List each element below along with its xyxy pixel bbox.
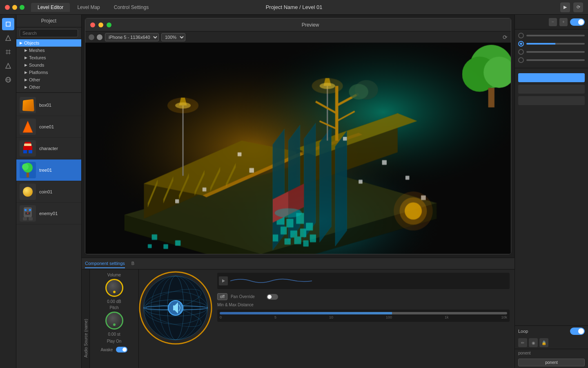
volume-knob[interactable]	[105, 279, 123, 297]
close-button[interactable]	[5, 5, 10, 10]
tree-meshes[interactable]: ▶Meshes	[16, 47, 81, 54]
right-minus-btn[interactable]: −	[549, 18, 557, 26]
tab-level-editor[interactable]: Level Editor	[31, 3, 70, 12]
volume-label: Volume	[107, 273, 121, 277]
asset-character[interactable]: character	[16, 138, 81, 159]
audio-controls: Volume 0.00 dB Pitch 0.00 st Play On Awa…	[90, 269, 139, 368]
enemy01-name: enemy01	[39, 211, 58, 216]
asset-tree01[interactable]: tree01	[16, 159, 81, 181]
component-button[interactable]: ponent	[518, 359, 585, 366]
preview-maximize[interactable]	[107, 22, 111, 27]
r-radio-1[interactable]	[518, 33, 524, 38]
svg-rect-14	[23, 150, 27, 153]
right-empty-bar-2	[518, 96, 585, 105]
right-plus-btn[interactable]: +	[559, 18, 568, 26]
svg-point-89	[275, 208, 302, 218]
icon-globe[interactable]	[2, 74, 14, 86]
svg-point-74	[167, 98, 198, 113]
eye-icon[interactable]: ◉	[529, 338, 538, 347]
left-panel: Project ▶Objects ▶Meshes ▶Textures ▶Soun…	[16, 15, 82, 368]
r-slider-bar-1[interactable]	[526, 35, 585, 36]
asset-box01[interactable]: box01	[16, 94, 81, 116]
tree-sounds[interactable]: ▶Sounds	[16, 61, 81, 69]
right-panel: − +	[514, 15, 588, 368]
tab-level-map[interactable]: Level Map	[71, 3, 106, 12]
svg-rect-56	[300, 229, 306, 237]
preview-btn-1[interactable]	[89, 34, 94, 40]
right-toggle[interactable]	[570, 18, 585, 26]
audio-source-label: Audio Source (name)	[83, 319, 88, 358]
slider-labels: 0 5 10 100 1k 10k	[220, 315, 507, 319]
character-thumb	[20, 140, 36, 157]
tree-objects[interactable]: ▶Objects	[16, 39, 81, 47]
r-slider-bar-2[interactable]	[526, 43, 585, 45]
asset-coin01[interactable]: coin01	[16, 181, 81, 203]
loop-toggle[interactable]	[570, 328, 585, 335]
icon-select[interactable]	[2, 18, 14, 30]
svg-rect-21	[29, 209, 31, 211]
edit-icon[interactable]: ✏	[518, 338, 527, 347]
play-button[interactable]: ▶	[560, 2, 570, 12]
tab-component-settings[interactable]: Component settings	[85, 259, 125, 268]
pitch-knob[interactable]	[105, 312, 123, 330]
asset-enemy01[interactable]: enemy01	[16, 203, 81, 224]
play-on-label: Play On	[107, 339, 122, 343]
scene-view[interactable]	[85, 43, 511, 254]
right-sliders	[515, 29, 588, 66]
tree-other-1[interactable]: ▶Other	[16, 76, 81, 83]
tab-control-settings[interactable]: Control Settings	[107, 3, 155, 12]
r-slider-3	[518, 49, 585, 55]
svg-rect-54	[281, 227, 287, 234]
tree-textures[interactable]: ▶Textures	[16, 54, 81, 61]
svg-point-17	[22, 164, 29, 170]
preview-minimize[interactable]	[98, 22, 103, 27]
play-on-row: Play On	[107, 338, 122, 344]
r-radio-4[interactable]	[518, 57, 524, 63]
device-select[interactable]: iPhone 5 - 1136x640	[105, 33, 159, 41]
tree01-thumb	[20, 162, 36, 178]
tree-other-2[interactable]: ▶Other	[16, 83, 81, 91]
svg-marker-47	[304, 123, 316, 238]
tree-platforms[interactable]: ▶Platforms	[16, 69, 81, 76]
icon-triangle[interactable]	[2, 60, 14, 72]
r-slider-bar-4[interactable]	[526, 59, 585, 61]
svg-rect-95	[175, 240, 180, 246]
globe-svg[interactable]	[139, 271, 212, 345]
awake-row: Awake	[101, 346, 128, 353]
tab-b[interactable]: B	[131, 259, 134, 268]
r-slider-bar-3[interactable]	[526, 51, 585, 53]
icon-shape[interactable]	[2, 32, 14, 44]
awake-toggle[interactable]	[116, 347, 127, 352]
r-radio-2[interactable]	[518, 41, 524, 47]
asset-cone01[interactable]: cone01	[16, 116, 81, 138]
maximize-button[interactable]	[20, 5, 24, 10]
zoom-select[interactable]: 100%	[161, 33, 185, 41]
loop-row: Loop	[515, 325, 588, 337]
right-active-bar[interactable]	[518, 73, 585, 82]
r-slider-4	[518, 57, 585, 63]
icon-grid[interactable]	[2, 46, 14, 58]
project-header: Project	[16, 15, 81, 27]
cone01-name: cone01	[39, 124, 54, 129]
off-button[interactable]: off	[217, 293, 227, 300]
pan-override-toggle[interactable]	[267, 294, 278, 300]
r-radio-3[interactable]	[518, 49, 524, 55]
distance-slider[interactable]	[220, 312, 507, 314]
waveform-btn[interactable]	[219, 276, 228, 285]
waveform-preview	[217, 273, 510, 289]
lock-icon[interactable]: 🔒	[539, 338, 548, 347]
svg-marker-49	[335, 131, 347, 246]
right-top: − +	[515, 15, 588, 29]
box01-thumb	[20, 97, 36, 113]
preview-close[interactable]	[90, 22, 95, 27]
svg-rect-13	[23, 146, 32, 150]
svg-rect-68	[359, 180, 363, 184]
search-input[interactable]	[20, 29, 78, 37]
preview-btn-2[interactable]	[97, 34, 102, 40]
minimize-button[interactable]	[12, 5, 17, 10]
svg-rect-0	[6, 22, 10, 26]
right-divider	[515, 68, 588, 68]
component-label: ponent	[515, 349, 588, 357]
refresh-icon[interactable]: ⟳	[503, 34, 508, 40]
refresh-button[interactable]: ⟳	[573, 2, 583, 12]
